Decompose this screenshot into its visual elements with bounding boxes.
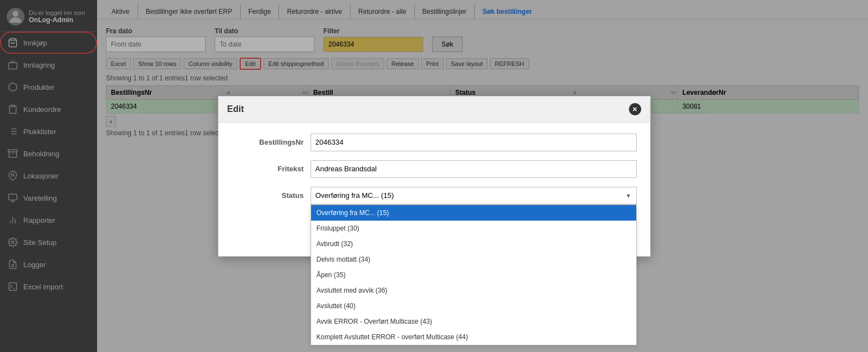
dropdown-item-44[interactable]: Komplett Avsluttet ERROR - overført Mult… <box>311 329 636 345</box>
status-label: Status <box>232 191 304 200</box>
dropdown-item-34[interactable]: Delvis mottatt (34) <box>311 252 636 267</box>
dropdown-item-32[interactable]: Avbrudt (32) <box>311 236 636 252</box>
bestillingsnr-input[interactable] <box>311 134 637 151</box>
modal-header: Edit × <box>219 96 650 123</box>
dropdown-item-43[interactable]: Avvik ERROR - Overført Multicase (43) <box>311 314 636 329</box>
edit-modal: Edit × BestillingsNr Fritekst Status Ove… <box>218 96 651 257</box>
modal-body: BestillingsNr Fritekst Status Overføring… <box>219 123 650 225</box>
dropdown-item-35[interactable]: Åpen (35) <box>311 267 636 283</box>
chevron-down-icon: ▼ <box>626 192 632 199</box>
dropdown-item-30[interactable]: Frisluppet (30) <box>311 221 636 236</box>
fritekst-input[interactable] <box>311 160 637 178</box>
status-select[interactable]: Overføring fra MC... (15) ▼ <box>311 187 637 205</box>
modal-overlay: Edit × BestillingsNr Fritekst Status Ove… <box>0 0 868 352</box>
status-selected-value: Overføring fra MC... (15) <box>316 191 394 200</box>
form-row-bestillingsnr: BestillingsNr <box>232 134 637 151</box>
form-row-status: Status Overføring fra MC... (15) ▼ Overf… <box>232 187 637 205</box>
modal-title: Edit <box>227 104 244 114</box>
dropdown-item-40[interactable]: Avsluttet (40) <box>311 298 636 314</box>
status-dropdown-list: Overføring fra MC... (15) Frisluppet (30… <box>311 205 637 345</box>
dropdown-item-15[interactable]: Overføring fra MC... (15) <box>311 205 636 221</box>
form-row-fritekst: Fritekst <box>232 160 637 178</box>
modal-close-button[interactable]: × <box>629 103 641 115</box>
bestillingsnr-label: BestillingsNr <box>232 138 304 146</box>
dropdown-item-36[interactable]: Avsluttet med avvik (36) <box>311 283 636 298</box>
status-dropdown-container: Overføring fra MC... (15) ▼ Overføring f… <box>311 187 637 205</box>
fritekst-label: Fritekst <box>232 165 304 173</box>
